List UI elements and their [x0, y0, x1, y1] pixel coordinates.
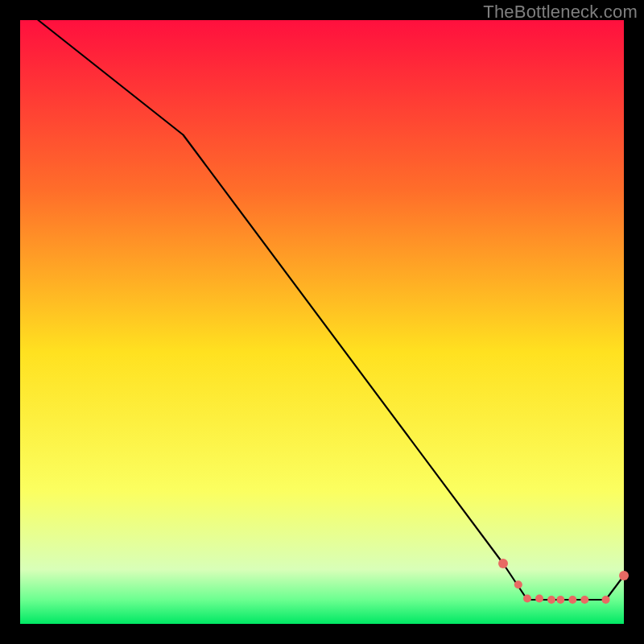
data-point — [568, 596, 576, 604]
data-point — [547, 596, 555, 604]
data-point — [602, 596, 610, 604]
data-point — [523, 595, 531, 603]
data-point — [498, 559, 508, 568]
bottleneck-chart — [0, 0, 644, 644]
data-point — [556, 596, 564, 604]
chart-stage: { "watermark": "TheBottleneck.com", "col… — [0, 0, 644, 644]
data-point — [535, 595, 543, 603]
data-point — [514, 580, 522, 588]
data-point — [580, 596, 588, 604]
data-point — [619, 571, 629, 580]
